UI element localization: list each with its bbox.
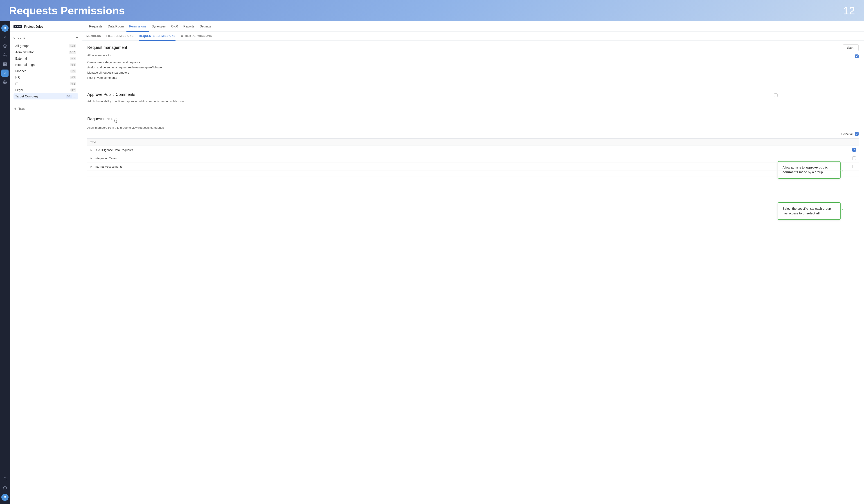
icon-nav: D « J D: [0, 21, 10, 504]
group-name: Finance: [15, 69, 26, 73]
sidebar-group-item[interactable]: Legal 0/2: [13, 87, 78, 93]
sidebar-group-item[interactable]: HR 0/2: [13, 74, 78, 81]
svg-rect-3: [5, 62, 7, 64]
list-item-checkbox[interactable]: [852, 148, 856, 152]
sub-nav-members[interactable]: MEMBERS: [86, 32, 101, 41]
svg-marker-0: [3, 45, 7, 46]
request-management-checkbox[interactable]: [855, 55, 859, 58]
trash-item[interactable]: 🗑 Trash: [10, 105, 82, 112]
requests-lists-desc: Allow members from this group to view re…: [87, 126, 859, 129]
group-badge: 0/4: [70, 63, 76, 67]
title-column-header: Title: [87, 139, 845, 146]
project-name: Project Jules: [24, 25, 44, 28]
sub-nav-requests-permissions[interactable]: REQUESTS PERMISSIONS: [139, 32, 176, 41]
requests-lists-header: Requests lists +: [87, 117, 859, 124]
app-container: D « J D JULES Project Jules G: [0, 21, 864, 504]
users-icon[interactable]: [1, 51, 9, 59]
group-badge: 0/2: [66, 95, 72, 98]
content-area: Save Request management Allow members to…: [82, 41, 864, 504]
top-nav-requests[interactable]: Requests: [86, 21, 105, 32]
table-row: ► Internal Assessments: [87, 163, 859, 171]
layers-icon[interactable]: [1, 43, 9, 50]
info-icon[interactable]: [1, 485, 9, 492]
sub-nav-file-permissions[interactable]: FILE PERMISSIONS: [106, 32, 134, 41]
row-checkbox-cell: [845, 146, 859, 154]
chevron-icon[interactable]: «: [1, 34, 9, 41]
group-name: Target Company: [15, 95, 38, 98]
permission-rows: Create new categories and add requestsAs…: [87, 60, 859, 80]
notification-icon[interactable]: [1, 476, 9, 483]
table-row: ► Due Diligence Data Requests: [87, 146, 859, 154]
top-nav-data-room[interactable]: Data Room: [105, 21, 127, 32]
grid-icon[interactable]: [1, 61, 9, 68]
more-icon[interactable]: …: [73, 95, 76, 98]
group-badge: 0/17: [69, 51, 76, 54]
requests-lists-tooltip: Select the specific lists each group has…: [778, 202, 841, 220]
top-nav-settings[interactable]: Settings: [197, 21, 214, 32]
svg-point-6: [4, 82, 5, 83]
sidebar-group-item[interactable]: IT 0/2: [13, 81, 78, 87]
add-list-icon[interactable]: +: [114, 119, 118, 123]
row-expand-arrow[interactable]: ►: [90, 157, 93, 160]
group-name: Legal: [15, 88, 23, 92]
settings-icon[interactable]: [1, 79, 9, 86]
add-group-icon[interactable]: +: [75, 35, 78, 40]
top-nav-okr[interactable]: OKR: [168, 21, 180, 32]
approve-comments-row: Approve Public Comments Admin have abili…: [87, 91, 859, 106]
row-expand-arrow[interactable]: ►: [90, 148, 93, 152]
top-nav-reports[interactable]: Reports: [181, 21, 197, 32]
jules-badge: JULES: [13, 25, 22, 28]
bottom-avatar[interactable]: D: [1, 494, 9, 501]
row-expand-arrow[interactable]: ►: [90, 165, 93, 168]
top-nav: RequestsData RoomPermissionsSynergiesOKR…: [82, 21, 864, 32]
sidebar-group-item[interactable]: Target Company 0/2 …: [13, 93, 78, 99]
select-all-checkbox[interactable]: [855, 132, 859, 136]
group-name: IT: [15, 82, 18, 85]
row-checkbox-cell: [845, 163, 859, 171]
row-checkbox-cell: [845, 154, 859, 163]
jules-icon[interactable]: J: [1, 70, 9, 77]
group-name: Administrator: [15, 50, 34, 54]
sidebar-group-item[interactable]: External 0/4: [13, 55, 78, 62]
top-nav-synergies[interactable]: Synergies: [149, 21, 168, 32]
select-all-label: Select all: [841, 132, 853, 136]
group-name: HR: [15, 75, 20, 79]
approve-comments-checkbox[interactable]: [774, 93, 778, 97]
permission-text: Assign and be set as a request reviewer/…: [87, 66, 163, 69]
save-button[interactable]: Save: [843, 44, 859, 51]
top-nav-permissions[interactable]: Permissions: [127, 21, 149, 32]
page-number: 12: [843, 4, 855, 17]
group-badge: 0/2: [70, 82, 76, 85]
sub-nav-other-permissions[interactable]: OTHER PERMISSIONS: [181, 32, 212, 41]
group-name: External: [15, 57, 27, 60]
svg-rect-2: [3, 62, 4, 64]
sidebar: JULES Project Jules GROUPS + All groups …: [10, 21, 82, 504]
allow-members-label: Allow members to:: [87, 53, 111, 57]
request-list-name: ► Due Diligence Data Requests: [87, 146, 845, 154]
group-badge: 1/5: [70, 70, 76, 73]
page-title: Requests Permissions: [9, 4, 125, 17]
list-item-checkbox[interactable]: [852, 156, 856, 160]
sidebar-group-item[interactable]: Administrator 0/17: [13, 49, 78, 55]
request-management-title: Request management: [87, 45, 859, 50]
tooltip2-arrow: ←: [841, 207, 846, 213]
list-item-checkbox[interactable]: [852, 165, 856, 168]
sidebar-header: JULES Project Jules: [10, 21, 82, 32]
groups-section: GROUPS + All groups 1/38 Administrator 0…: [10, 32, 82, 103]
group-badge: 1/38: [69, 44, 76, 47]
main-content: RequestsData RoomPermissionsSynergiesOKR…: [82, 21, 864, 504]
request-list-name: ► Internal Assessments: [87, 163, 845, 171]
sidebar-group-item[interactable]: All groups 1/38: [13, 43, 78, 49]
allow-members-row: Allow members to:: [87, 53, 859, 60]
trash-label: Trash: [19, 107, 26, 110]
svg-rect-5: [5, 64, 7, 66]
group-name: External Legal: [15, 63, 36, 67]
svg-rect-4: [3, 64, 4, 66]
permission-row: Post private comments: [87, 75, 859, 80]
sidebar-group-item[interactable]: Finance 1/5: [13, 68, 78, 74]
sidebar-group-item[interactable]: External Legal 0/4: [13, 62, 78, 68]
groups-list: All groups 1/38 Administrator 0/17 Exter…: [13, 43, 78, 99]
user-avatar[interactable]: D: [1, 25, 9, 32]
group-name: All groups: [15, 44, 29, 48]
permission-row: Manage all requests parameters: [87, 70, 859, 75]
